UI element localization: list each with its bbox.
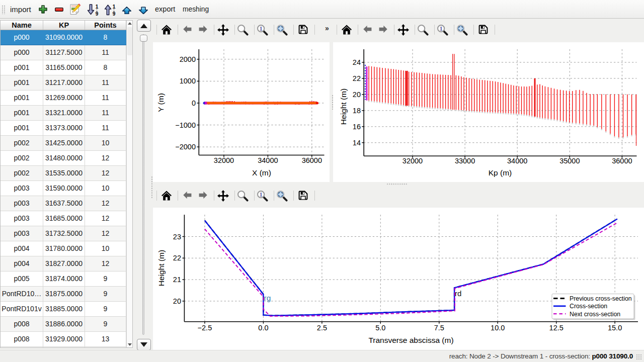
svg-text:10.0: 10.0 [491,324,505,332]
svg-text:36000: 36000 [302,156,322,164]
svg-text:1000: 1000 [180,77,196,85]
svg-text:7.5: 7.5 [434,324,444,332]
svg-text:1: 1 [113,4,116,10]
svg-text:Next cross-section: Next cross-section [570,311,620,318]
svg-text:Y (m): Y (m) [156,93,165,112]
svg-text:32000: 32000 [403,157,423,165]
svg-text:20: 20 [173,297,181,305]
svg-text:−2000: −2000 [175,143,196,151]
svg-text:35000: 35000 [559,157,580,165]
svg-text:24: 24 [353,58,361,66]
svg-text:Cross-section: Cross-section [570,303,607,310]
svg-text:−1000: −1000 [175,121,196,129]
svg-text:34000: 34000 [507,157,527,165]
svg-text:20: 20 [353,90,361,99]
svg-text:Height (m): Height (m) [157,250,166,286]
svg-text:0.0: 0.0 [258,324,268,332]
svg-text:2000: 2000 [180,55,196,63]
svg-text:33000: 33000 [455,157,475,165]
svg-text:21: 21 [173,276,181,284]
svg-text:9: 9 [113,11,116,16]
svg-text:12.5: 12.5 [549,324,564,332]
svg-text:rg: rg [264,294,271,302]
svg-text:Kp (m): Kp (m) [489,168,512,177]
svg-text:2.5: 2.5 [317,324,327,332]
svg-text:34000: 34000 [258,156,278,164]
svg-text:14: 14 [353,139,361,147]
svg-text:Height (m): Height (m) [339,88,348,125]
svg-text:22: 22 [173,254,181,262]
svg-text:1: 1 [96,4,99,10]
svg-text:5.0: 5.0 [375,324,385,332]
svg-text:rd: rd [455,289,461,298]
svg-text:X (m): X (m) [252,168,271,177]
svg-text:32000: 32000 [214,156,234,164]
svg-text:Previous cross-section: Previous cross-section [570,295,632,302]
svg-text:9: 9 [96,11,99,16]
svg-text:22: 22 [353,74,361,82]
svg-text:36000: 36000 [612,157,632,165]
svg-text:Transverse abscissa (m): Transverse abscissa (m) [368,336,453,344]
svg-text:−2.5: −2.5 [198,324,212,332]
svg-text:16: 16 [353,123,361,131]
svg-text:23: 23 [173,233,181,241]
svg-text:0: 0 [192,99,196,107]
svg-text:15.0: 15.0 [608,324,622,332]
svg-text:18: 18 [353,107,361,115]
